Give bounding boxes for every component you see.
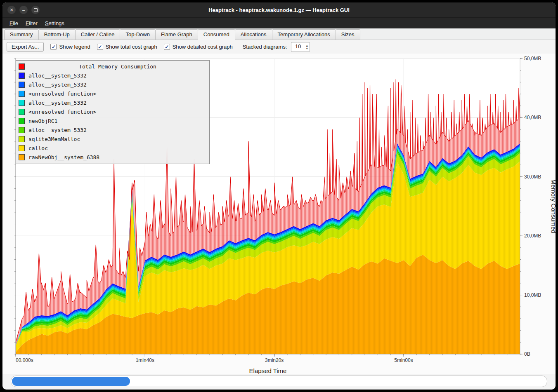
- legend-swatch: [19, 154, 25, 160]
- legend-swatch: [19, 91, 25, 97]
- tab-flame-graph[interactable]: Flame Graph: [155, 29, 198, 40]
- legend-item-alloc-system-5332: alloc__system_5332: [19, 80, 207, 89]
- legend-item-rawnewobj-system-6388: rawNewObj__system_6388: [19, 153, 207, 162]
- menu-settings[interactable]: Settings: [41, 19, 68, 28]
- legend-item-newobjrc1: newObjRC1: [19, 116, 207, 125]
- checkbox-icon: ✓: [164, 44, 170, 50]
- window-title: Heaptrack - heaptrack.wakunode.1.gz — He…: [2, 7, 556, 13]
- legend-label: rawNewObj__system_6388: [28, 154, 99, 160]
- tab-temporary-allocations[interactable]: Temporary Allocations: [272, 29, 336, 40]
- close-icon: ✕: [9, 8, 13, 12]
- range-slider-handle[interactable]: [12, 377, 130, 386]
- legend-label: newObjRC1: [28, 118, 57, 124]
- tab-allocations[interactable]: Allocations: [235, 29, 272, 40]
- y-axis-title: Memory Consumed: [550, 179, 556, 233]
- x-tick-label: 1min40s: [136, 357, 154, 363]
- app-window: ✕ – Heaptrack - heaptrack.wakunode.1.gz …: [2, 2, 556, 390]
- checkbox-label: Show total cost graph: [106, 44, 157, 50]
- legend-item-sqlite3memmalloc: sqlite3MemMalloc: [19, 134, 207, 143]
- y-tick-label: 50,0MB: [524, 56, 541, 61]
- legend-swatch: [19, 109, 25, 115]
- legend-title: Total Memory Consumption: [28, 63, 207, 70]
- checkbox-label: Show legend: [59, 44, 90, 50]
- window-controls: ✕ –: [7, 6, 40, 14]
- stacked-diagrams-label: Stacked diagrams:: [243, 44, 287, 50]
- legend-item-unresolved-function: <unresolved function>: [19, 89, 207, 98]
- toolbar: Export As... ✓Show legend✓Show total cos…: [2, 40, 556, 54]
- y-tick-label: 30,0MB: [524, 174, 541, 180]
- y-tick-label: 20,0MB: [524, 233, 541, 239]
- legend-label: <unresolved function>: [28, 109, 96, 115]
- spinner-buttons: ▲▼: [304, 42, 310, 52]
- tab-summary[interactable]: Summary: [4, 29, 39, 40]
- checkbox-icon: ✓: [97, 44, 103, 50]
- legend-label: <unresolved function>: [28, 91, 96, 97]
- legend-swatch: [19, 127, 25, 133]
- legend-item-calloc: calloc: [19, 143, 207, 153]
- spin-down-icon[interactable]: ▼: [305, 47, 308, 50]
- menu-file[interactable]: File: [6, 19, 22, 28]
- tab-bottom-up[interactable]: Bottom-Up: [38, 29, 76, 40]
- tab-sizes[interactable]: Sizes: [336, 29, 360, 40]
- checkbox-label: Show detailed cost graph: [173, 44, 233, 50]
- minimize-button[interactable]: –: [19, 6, 28, 14]
- chart-legend: Total Memory Consumptionalloc__system_53…: [16, 60, 210, 164]
- legend-label: alloc__system_5332: [28, 127, 87, 133]
- menu-filter[interactable]: Filter: [22, 19, 41, 28]
- legend-label: sqlite3MemMalloc: [28, 136, 80, 142]
- chart-area: Total Memory Consumptionalloc__system_53…: [2, 54, 556, 374]
- y-tick-label: 40,0MB: [524, 115, 541, 120]
- time-range-slider[interactable]: [11, 376, 547, 387]
- titlebar: ✕ – Heaptrack - heaptrack.wakunode.1.gz …: [2, 2, 556, 17]
- checkbox-show-legend[interactable]: ✓Show legend: [50, 44, 90, 50]
- stacked-diagrams-value: 10: [291, 42, 304, 52]
- legend-swatch: [19, 118, 25, 124]
- legend-swatch: [19, 82, 25, 88]
- x-tick-label: 00.000s: [16, 357, 33, 363]
- checkbox-icon: ✓: [50, 44, 57, 50]
- legend-title-row: Total Memory Consumption: [19, 62, 207, 71]
- legend-label: alloc__system_5332: [28, 100, 87, 106]
- tab-consumed[interactable]: Consumed: [198, 29, 235, 40]
- legend-total-swatch: [19, 63, 25, 70]
- tab-caller-callee[interactable]: Caller / Callee: [75, 29, 121, 40]
- spin-up-icon[interactable]: ▲: [305, 44, 308, 47]
- tab-top-down[interactable]: Top-Down: [120, 29, 156, 40]
- checkbox-group: ✓Show legend✓Show total cost graph✓Show …: [50, 44, 232, 50]
- legend-label: alloc__system_5332: [28, 82, 87, 88]
- legend-item-alloc-system-5332: alloc__system_5332: [19, 71, 207, 80]
- x-axis-title: Elapsed Time: [249, 367, 287, 374]
- tab-bar: SummaryBottom-UpCaller / CalleeTop-DownF…: [2, 28, 556, 40]
- checkbox-show-total-cost-graph[interactable]: ✓Show total cost graph: [97, 44, 157, 50]
- menubar: FileFilterSettings: [2, 17, 556, 28]
- legend-item-alloc-system-5332: alloc__system_5332: [19, 98, 207, 107]
- legend-item-unresolved-function: <unresolved function>: [19, 107, 207, 116]
- checkbox-show-detailed-cost-graph[interactable]: ✓Show detailed cost graph: [164, 44, 233, 50]
- legend-swatch: [19, 100, 25, 106]
- minimize-icon: –: [22, 8, 25, 12]
- legend-swatch: [19, 145, 25, 151]
- legend-label: alloc__system_5332: [28, 73, 87, 79]
- legend-swatch: [19, 136, 25, 142]
- legend-item-alloc-system-5332: alloc__system_5332: [19, 125, 207, 134]
- maximize-icon: [34, 8, 38, 12]
- y-tick-label: 0B: [524, 351, 530, 357]
- close-button[interactable]: ✕: [7, 6, 16, 14]
- export-as-button[interactable]: Export As...: [7, 42, 44, 52]
- x-tick-label: 3min20s: [265, 357, 284, 363]
- y-tick-label: 10,0MB: [524, 292, 541, 298]
- legend-swatch: [19, 73, 25, 79]
- x-tick-label: 5min00s: [394, 357, 413, 363]
- legend-label: calloc: [28, 145, 48, 151]
- stacked-diagrams-spinbox[interactable]: 10 ▲▼: [291, 42, 310, 52]
- maximize-button[interactable]: [31, 6, 40, 14]
